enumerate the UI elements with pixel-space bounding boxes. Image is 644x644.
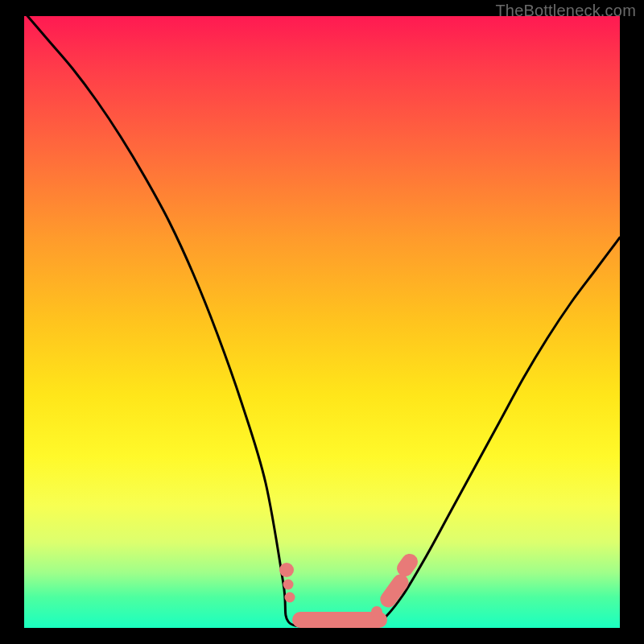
marker-group — [279, 551, 421, 628]
curve-layer — [24, 16, 620, 628]
plot-area — [24, 16, 620, 628]
chart-stage: TheBottleneck.com — [0, 0, 644, 644]
curve-group — [24, 16, 620, 627]
left-dot-2 — [283, 580, 294, 590]
bottleneck-curve — [24, 16, 620, 627]
left-dot-3 — [285, 592, 295, 603]
right-dot-1 — [371, 606, 382, 617]
left-dot-1 — [279, 563, 294, 577]
